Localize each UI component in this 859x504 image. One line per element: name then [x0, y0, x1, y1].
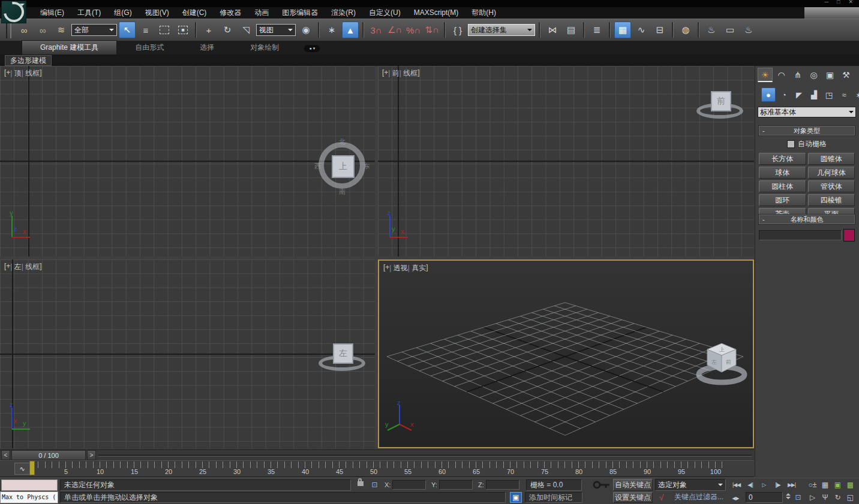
current-frame-field[interactable]: 0: [746, 492, 783, 503]
select-and-scale-button[interactable]: ◹: [238, 22, 254, 38]
ribbon-show-panels-button[interactable]: ● ▾: [304, 45, 320, 52]
unlink-selection-button[interactable]: ∞: [34, 22, 51, 38]
go-to-start-button[interactable]: |◀◀: [729, 479, 743, 490]
viewport-menu-button[interactable]: +: [6, 68, 10, 79]
viewport-shading-button[interactable]: 真实: [408, 263, 426, 273]
viewport-shading-button[interactable]: 线框: [400, 68, 418, 79]
viewport-label[interactable]: + 顶 线框: [4, 68, 42, 79]
menu-views[interactable]: 视图(V): [139, 7, 176, 19]
menu-create[interactable]: 创建(C): [176, 7, 214, 19]
key-filters-button[interactable]: 关键点过滤器...: [671, 492, 729, 503]
maxscript-mini-listener[interactable]: Max to Physcs (: [0, 491, 58, 503]
autogrid-checkbox[interactable]: [787, 140, 795, 148]
viewcube-face[interactable]: 上: [332, 155, 355, 178]
close-button[interactable]: ✕: [848, 0, 853, 5]
zoom-extents-button[interactable]: ▣: [831, 479, 844, 490]
set-key-curve-icon[interactable]: √: [655, 491, 668, 503]
mirror-button[interactable]: ⋈: [544, 22, 561, 38]
object-name-input[interactable]: [759, 230, 842, 240]
ribbon-subtab-polygon-modeling[interactable]: 多边形建模: [5, 55, 52, 66]
primitive-button-cylinder[interactable]: 圆柱体: [759, 180, 806, 192]
previous-frame-button[interactable]: ◀||: [743, 479, 757, 490]
maximize-button[interactable]: □: [837, 0, 840, 5]
zoom-all-button[interactable]: ▦: [819, 479, 831, 490]
set-key-button[interactable]: 设置关键点: [613, 492, 653, 503]
subtab-cameras[interactable]: ▟: [807, 88, 821, 101]
menu-rendering[interactable]: 渲染(R): [325, 7, 362, 19]
viewport-perspective[interactable]: + 透视 真实 上 左 前 z x y: [378, 259, 754, 448]
viewcube-3d[interactable]: 上 左 前: [696, 339, 747, 387]
add-time-tag[interactable]: 添加时间标记: [525, 492, 582, 503]
y-coordinate-field[interactable]: [439, 480, 473, 490]
key-mode-toggle[interactable]: ◂▸: [729, 492, 742, 503]
selected-objects-dropdown[interactable]: 选定对象: [655, 479, 726, 491]
frame-spinner[interactable]: [786, 493, 791, 499]
maxscript-mini-listener-macro[interactable]: [1, 479, 58, 491]
menu-maxscript[interactable]: MAXScript(M): [407, 7, 465, 19]
selection-filter-dropdown[interactable]: 全部: [71, 24, 117, 36]
z-coordinate-field[interactable]: [486, 480, 519, 490]
absolute-mode-transform-toggle[interactable]: ⊡: [368, 479, 381, 490]
spinner-snap-button[interactable]: ⇅∩: [424, 22, 440, 38]
object-type-rollout-header[interactable]: - 对象类型: [759, 126, 855, 135]
graphite-ribbon-toggle-button[interactable]: ▦: [614, 22, 631, 38]
viewport-menu-button[interactable]: +: [385, 263, 389, 273]
viewport-label[interactable]: + 前 线框: [382, 68, 420, 79]
reference-coordinate-dropdown[interactable]: 视图: [256, 24, 296, 36]
application-menu-button[interactable]: [1, 1, 26, 23]
subtab-systems[interactable]: ∗: [852, 88, 859, 101]
window-crossing-button[interactable]: ■: [175, 22, 191, 38]
time-slider-track[interactable]: [98, 454, 752, 457]
primitive-button-tube[interactable]: 管状体: [808, 180, 855, 192]
subtab-geometry[interactable]: ●: [761, 87, 776, 102]
viewport-shading-button[interactable]: 线框: [22, 262, 40, 272]
menu-help[interactable]: 帮助(H): [465, 7, 503, 19]
menu-animation[interactable]: 动画: [248, 7, 275, 19]
primitive-button-geosphere[interactable]: 几何球体: [808, 167, 855, 179]
percent-snap-button[interactable]: %∩: [405, 22, 422, 38]
viewport-view-button[interactable]: 顶: [10, 68, 21, 79]
play-button[interactable]: ▷: [757, 479, 771, 490]
tab-hierarchy[interactable]: ⋔: [790, 68, 805, 82]
viewport-label[interactable]: + 透视 真实: [383, 263, 428, 273]
primitive-button-torus[interactable]: 圆环: [759, 194, 806, 206]
next-frame-slider-button[interactable]: >: [87, 450, 96, 460]
rendered-frame-window-button[interactable]: ▭: [722, 22, 738, 38]
viewport-menu-button[interactable]: +: [6, 262, 10, 272]
next-frame-button[interactable]: ||▶: [771, 479, 785, 490]
viewport-front[interactable]: + 前 线框 前 z x y: [378, 66, 754, 256]
viewcube-face[interactable]: 前: [711, 91, 731, 111]
subtab-helpers[interactable]: ◳: [822, 88, 836, 101]
angle-snap-button[interactable]: ∠∩: [386, 22, 403, 38]
maximize-viewport-toggle-button[interactable]: ◱: [844, 491, 857, 503]
select-object-button[interactable]: ↖: [119, 22, 136, 38]
toolbar-drag-handle[interactable]: [6, 22, 11, 38]
menu-graph-editors[interactable]: 图形编辑器: [275, 7, 325, 19]
primitive-button-box[interactable]: 长方体: [759, 153, 806, 165]
tab-create[interactable]: ☀: [758, 68, 773, 82]
menu-edit[interactable]: 编辑(E): [34, 7, 71, 19]
viewport-view-button[interactable]: 透视: [389, 263, 407, 273]
subtab-space-warps[interactable]: ≈: [837, 88, 851, 101]
primitive-button-sphere[interactable]: 球体: [759, 167, 806, 179]
menu-tools[interactable]: 工具(T): [71, 7, 107, 19]
select-and-manipulate-button[interactable]: ∗: [323, 22, 340, 38]
primitive-button-cone[interactable]: 圆锥体: [808, 153, 855, 165]
pan-view-button[interactable]: Ψ: [819, 491, 831, 503]
x-coordinate-field[interactable]: [392, 480, 426, 490]
select-by-name-button[interactable]: ≡: [137, 22, 154, 38]
go-to-end-button[interactable]: ▶▶|: [785, 479, 798, 490]
object-color-swatch[interactable]: [843, 229, 855, 242]
orbit-button[interactable]: ↻: [831, 491, 844, 503]
isolate-selection-toggle[interactable]: ▣: [510, 492, 522, 503]
menu-customize[interactable]: 自定义(U): [362, 7, 407, 19]
zoom-extents-all-button[interactable]: ▩: [844, 479, 857, 490]
schematic-view-button[interactable]: ⊟: [651, 22, 668, 38]
tab-utilities[interactable]: ⚒: [839, 68, 854, 82]
name-color-rollout-header[interactable]: - 名称和颜色: [759, 215, 855, 224]
field-of-view-button[interactable]: ▷: [806, 491, 819, 503]
selection-lock-toggle[interactable]: [355, 478, 367, 491]
select-and-rotate-button[interactable]: ↻: [219, 22, 236, 38]
viewport-top[interactable]: + 顶 线框 北 南 西 东 上 y x z: [0, 66, 375, 256]
viewport-shading-button[interactable]: 线框: [22, 68, 40, 79]
